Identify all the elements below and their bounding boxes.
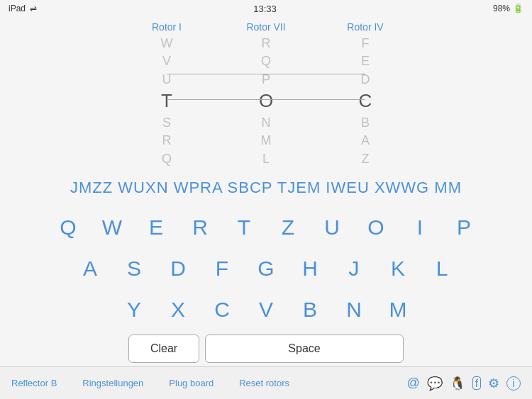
key-q[interactable]: Q — [48, 208, 89, 247]
key-x[interactable]: X — [157, 291, 199, 329]
rotor-3-letter-0: F — [362, 35, 370, 52]
rotor-2-letter-4: N — [262, 115, 271, 131]
rotor-divider-bottom — [167, 99, 365, 100]
rotor-1-letter-4: S — [162, 115, 171, 131]
key-a[interactable]: A — [70, 249, 111, 288]
key-l[interactable]: L — [421, 249, 462, 288]
at-icon[interactable]: @ — [407, 376, 420, 390]
key-v[interactable]: V — [245, 291, 287, 329]
key-e[interactable]: E — [135, 208, 177, 247]
rotor-2-letter-0: R — [262, 35, 271, 52]
nav-icons-right: @ 💬 🐧 f ⚙ i — [407, 376, 521, 391]
key-w[interactable]: W — [92, 208, 133, 247]
keyboard-row-2: A S D F G H J K L — [70, 249, 462, 288]
key-o[interactable]: O — [355, 208, 397, 247]
key-j[interactable]: J — [333, 249, 375, 288]
rotor-1-letter-5: R — [162, 133, 172, 149]
nav-reflector-b[interactable]: Reflector B — [11, 378, 57, 388]
twitter-icon[interactable]: 🐧 — [450, 376, 465, 391]
rotor-1-letter-1: V — [162, 53, 171, 69]
status-bar: iPad ⇌ 13:33 98% 🔋 — [0, 0, 532, 17]
encoded-output: JMZZ WUXN WPRA SBCP TJEM IWEU XWWG MM — [0, 179, 532, 197]
rotor-column-1[interactable]: W V U T S R Q — [145, 35, 188, 167]
rotor-1-letter-selected: T — [161, 89, 172, 113]
action-row: Clear Space — [0, 335, 532, 363]
rotor-column-2[interactable]: R Q P O N M L — [245, 35, 287, 167]
rotor-2-letter-6: L — [262, 151, 270, 167]
rotor-1-letter-6: Q — [162, 151, 172, 167]
space-button[interactable]: Space — [205, 335, 404, 363]
rotor-1-letter-0: W — [161, 35, 173, 52]
key-r[interactable]: R — [179, 208, 221, 247]
key-f[interactable]: F — [201, 249, 243, 288]
keyboard-row-3: Y X C V B N M — [113, 291, 419, 329]
keyboard: Q W E R T Z U O I P A S D F G H J K L Y … — [0, 208, 532, 329]
key-n[interactable]: N — [333, 291, 375, 329]
key-k[interactable]: K — [377, 249, 419, 288]
info-icon[interactable]: i — [506, 376, 521, 390]
device-label: iPad — [9, 4, 26, 13]
rotor-3-letter-5: A — [361, 133, 370, 149]
key-b[interactable]: B — [289, 291, 331, 329]
key-m[interactable]: M — [377, 291, 419, 329]
rotor-3-letter-4: B — [361, 115, 370, 131]
key-y[interactable]: Y — [113, 291, 155, 329]
nav-reset-rotors[interactable]: Reset rotors — [239, 378, 289, 388]
rotor-2-letter-1: Q — [261, 53, 271, 69]
clear-button[interactable]: Clear — [128, 335, 199, 363]
bottom-nav: Reflector B Ringstellungen Plug board Re… — [0, 366, 532, 399]
rotor-drum: W V U T S R Q R Q P O N M L F E D C B A … — [0, 35, 532, 167]
rotor-3-letter-6: Z — [362, 151, 370, 167]
rotor-2-letter-selected: O — [259, 89, 273, 113]
key-u[interactable]: U — [311, 208, 353, 247]
nav-items-left: Reflector B Ringstellungen Plug board Re… — [11, 378, 289, 388]
battery-percent: 98% — [493, 4, 510, 13]
battery-icon: 🔋 — [513, 4, 523, 13]
wifi-icon: ⇌ — [30, 4, 37, 13]
key-t[interactable]: T — [223, 208, 265, 247]
status-left: iPad ⇌ — [9, 4, 37, 13]
rotor-label-3[interactable]: Rotor IV — [344, 21, 387, 33]
rotor-2-letter-5: M — [261, 133, 272, 149]
nav-ringstellungen[interactable]: Ringstellungen — [82, 378, 143, 388]
keyboard-row-1: Q W E R T Z U O I P — [48, 208, 484, 247]
rotor-labels: Rotor I Rotor VII Rotor IV — [0, 21, 532, 33]
key-i[interactable]: I — [399, 208, 440, 247]
rotor-divider-top — [167, 74, 365, 74]
key-s[interactable]: S — [113, 249, 155, 288]
status-right: 98% 🔋 — [493, 4, 523, 13]
key-z[interactable]: Z — [267, 208, 309, 247]
key-g[interactable]: G — [245, 249, 287, 288]
facebook-icon[interactable]: f — [472, 376, 481, 390]
gear-icon[interactable]: ⚙ — [488, 376, 499, 391]
rotor-3-letter-1: E — [361, 53, 370, 69]
key-c[interactable]: C — [201, 291, 243, 329]
rotor-3-letter-selected: C — [359, 89, 372, 113]
key-p[interactable]: P — [443, 208, 484, 247]
rotor-label-2[interactable]: Rotor VII — [245, 21, 287, 33]
key-d[interactable]: D — [157, 249, 199, 288]
key-h[interactable]: H — [289, 249, 331, 288]
chat-icon[interactable]: 💬 — [427, 376, 443, 391]
rotor-column-3[interactable]: F E D C B A Z — [344, 35, 387, 167]
nav-plug-board[interactable]: Plug board — [169, 378, 214, 388]
rotor-label-1[interactable]: Rotor I — [145, 21, 188, 33]
status-time: 13:33 — [253, 4, 277, 14]
